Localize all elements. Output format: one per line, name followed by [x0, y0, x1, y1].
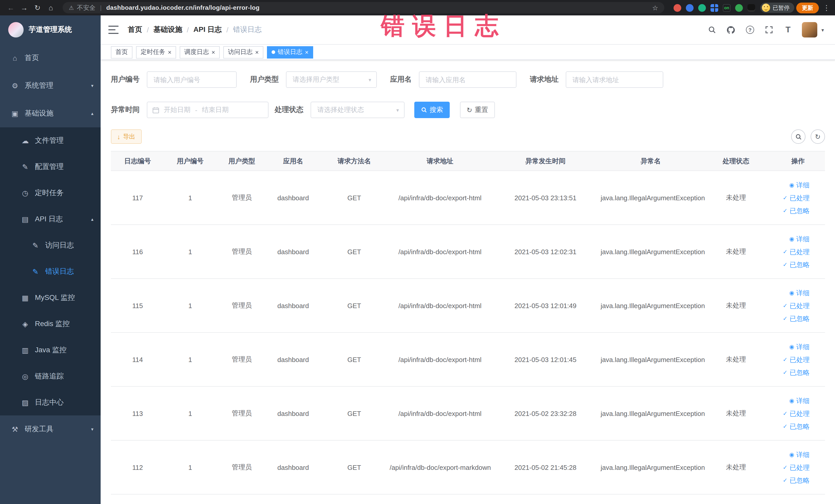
sidebar-item-scheduled-jobs[interactable]: ◷ 定时任务 [0, 180, 101, 206]
main-area: 首页 / 基础设施 / API 日志 / 错误日志 ? [101, 15, 835, 504]
sidebar-item-system-management[interactable]: ⚙ 系统管理 ▾ [0, 72, 101, 100]
toggle-search-button[interactable] [791, 129, 806, 144]
request-url-input[interactable] [566, 72, 663, 88]
view-icon: ◉ [789, 290, 794, 296]
help-icon[interactable]: ? [745, 25, 755, 35]
detail-link[interactable]: ◉详细 [771, 448, 810, 461]
date-range-picker[interactable]: 开始日期 - 结束日期 [147, 102, 268, 118]
process-status-select[interactable]: 请选择处理状态 ▾ [311, 102, 405, 118]
extension-icon[interactable] [674, 4, 681, 12]
extension-icon[interactable] [711, 4, 718, 12]
user-avatar[interactable] [802, 22, 817, 38]
sidebar-logo[interactable]: 芋道管理系统 [0, 15, 101, 44]
sidebar-item-mysql-monitor[interactable]: ▦ MySQL 监控 [0, 284, 101, 311]
sidebar-item-label: 系统管理 [25, 81, 54, 90]
sidebar-item-infrastructure[interactable]: ▣ 基础设施 ▴ [0, 100, 101, 127]
cell-log-id: 116 [111, 225, 164, 279]
processed-link[interactable]: ✓已处理 [771, 299, 810, 312]
breadcrumb-item[interactable]: API 日志 [194, 25, 222, 35]
tab-home[interactable]: 首页 [111, 46, 133, 58]
cell-actions: ◉详细 ✓已处理 ✓已忽略 [771, 332, 825, 386]
sidebar-item-api-log[interactable]: ▤ API 日志 ▴ [0, 206, 101, 232]
bookmark-star-icon[interactable]: ☆ [652, 4, 658, 12]
processed-link[interactable]: ✓已处理 [771, 191, 810, 204]
sidebar-item-link-tracing[interactable]: ◎ 链路追踪 [0, 363, 101, 389]
ignored-link[interactable]: ✓已忽略 [771, 366, 810, 379]
avatar-caret-icon[interactable]: ▾ [821, 27, 824, 33]
extension-icon[interactable] [686, 4, 694, 12]
close-icon[interactable]: × [255, 49, 259, 55]
sidebar-item-label: Java 监控 [35, 345, 66, 355]
sidebar-item-java-monitor[interactable]: ▥ Java 监控 [0, 337, 101, 363]
close-icon[interactable]: × [168, 49, 171, 55]
detail-link[interactable]: ◉详细 [771, 233, 810, 245]
processed-link[interactable]: ✓已处理 [771, 353, 810, 366]
check-icon: ✓ [783, 464, 788, 470]
sidebar-item-home[interactable]: ⌂ 首页 [0, 44, 101, 72]
tab-label: 首页 [116, 48, 128, 57]
cell-request-url: /api/infra/db-doc/export-html [390, 386, 490, 440]
browser-reload-icon[interactable]: ↻ [32, 2, 43, 13]
processed-link[interactable]: ✓已处理 [771, 245, 810, 258]
ignored-link[interactable]: ✓已忽略 [771, 312, 810, 325]
browser-menu-icon[interactable]: ⋮ [823, 4, 830, 12]
breadcrumb-item[interactable]: 首页 [128, 25, 142, 35]
browser-update-button[interactable]: 更新 [796, 2, 819, 13]
ignored-link[interactable]: ✓已忽略 [771, 258, 810, 271]
detail-link[interactable]: ◉详细 [771, 178, 810, 191]
check-icon: ✓ [783, 357, 788, 362]
extension-icon[interactable] [735, 4, 743, 12]
breadcrumb-item[interactable]: 基础设施 [154, 25, 182, 35]
processed-link[interactable]: ✓已处理 [771, 461, 810, 474]
user-id-input[interactable] [147, 72, 237, 88]
sidebar-item-dev-tools[interactable]: ⚒ 研发工具 ▾ [0, 416, 101, 443]
extension-icon[interactable]: on [723, 4, 731, 12]
refresh-button[interactable]: ↻ [811, 129, 825, 144]
address-bar[interactable]: ⚠ 不安全 | dashboard.yudao.iocoder.cn/infra… [63, 2, 664, 13]
tab-label: 调度日志 [184, 48, 209, 57]
font-size-icon[interactable]: T [783, 25, 793, 35]
browser-home-icon[interactable]: ⌂ [45, 2, 57, 13]
browser-forward-icon[interactable]: → [19, 2, 30, 13]
profile-chip[interactable]: 已暂停 [760, 3, 794, 13]
sidebar-item-config-management[interactable]: ✎ 配置管理 [0, 154, 101, 180]
ignored-link[interactable]: ✓已忽略 [771, 420, 810, 432]
cell-actions: ◉详细 ✓已处理 ✓已忽略 [771, 279, 825, 332]
detail-link[interactable]: ◉详细 [771, 286, 810, 299]
close-icon[interactable]: × [305, 49, 308, 55]
search-icon[interactable] [707, 25, 717, 35]
detail-link[interactable]: ◉详细 [771, 394, 810, 407]
reset-button[interactable]: ↻ 重置 [460, 102, 495, 118]
close-icon[interactable]: × [211, 49, 215, 55]
cell-method: GET [319, 386, 390, 440]
browser-back-icon[interactable]: ← [5, 2, 16, 13]
profile-emoji-icon [762, 4, 770, 12]
ignored-link[interactable]: ✓已忽略 [771, 204, 810, 217]
detail-link[interactable]: ◉详细 [771, 340, 810, 353]
tab-error-log[interactable]: 错误日志 × [267, 46, 313, 58]
tab-schedule-log[interactable]: 调度日志 × [180, 46, 220, 58]
export-button[interactable]: ↓ 导出 [111, 129, 141, 144]
sidebar-item-error-log[interactable]: ✎ 错误日志 [0, 258, 101, 284]
tab-scheduled-jobs[interactable]: 定时任务 × [136, 46, 176, 58]
extension-icon[interactable] [748, 4, 755, 12]
check-icon: ✓ [783, 249, 788, 255]
app-name-input[interactable] [419, 72, 516, 88]
column-header: 请求方法名 [319, 151, 390, 171]
sidebar-item-log-center[interactable]: ▨ 日志中心 [0, 389, 101, 416]
column-header: 异常发生时间 [490, 151, 600, 171]
sidebar-item-file-management[interactable]: ☁ 文件管理 [0, 127, 101, 154]
ignored-link[interactable]: ✓已忽略 [771, 474, 810, 486]
tab-access-log[interactable]: 访问日志 × [223, 46, 263, 58]
hamburger-icon[interactable] [108, 26, 119, 34]
extension-icon[interactable] [698, 4, 706, 12]
github-icon[interactable] [726, 25, 736, 35]
fullscreen-icon[interactable] [764, 25, 774, 35]
cell-app-name: dashboard [267, 332, 319, 386]
search-button[interactable]: 搜索 [414, 102, 450, 118]
processed-link[interactable]: ✓已处理 [771, 407, 810, 420]
filter-label: 用户类型 [250, 75, 279, 84]
user-type-select[interactable]: 请选择用户类型 ▾ [286, 72, 377, 88]
sidebar-item-redis-monitor[interactable]: ◈ Redis 监控 [0, 311, 101, 337]
sidebar-item-access-log[interactable]: ✎ 访问日志 [0, 232, 101, 258]
